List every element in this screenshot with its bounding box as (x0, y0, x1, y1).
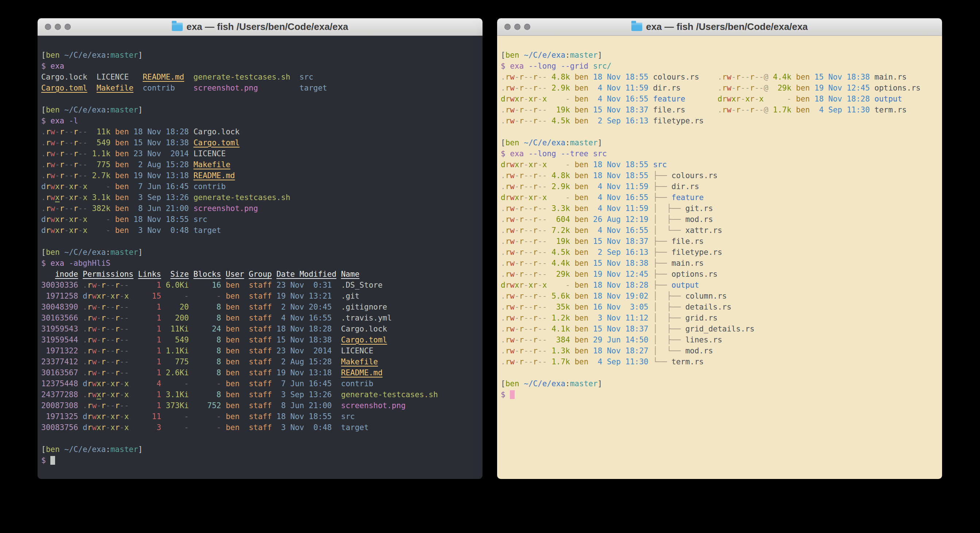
titlebar[interactable]: exa — fish /Users/ben/Code/exa/exa (38, 18, 482, 36)
terminal-text: master (110, 248, 138, 257)
permission-char: r (519, 226, 524, 235)
terminal-text (221, 292, 226, 300)
permission-char: r (722, 84, 727, 93)
terminal-text (78, 357, 83, 366)
permission-char: - (528, 248, 533, 257)
terminal-text (649, 259, 653, 268)
permission-char: - (755, 105, 759, 114)
terminal-text: - (161, 412, 189, 421)
terminal-text: - (88, 226, 110, 235)
terminal-text (649, 73, 653, 81)
permission-char: r (101, 379, 106, 388)
terminal-line: 1971325 drwxr-xr-x 11 - - ben staff 18 N… (41, 411, 482, 422)
terminal-text: ben (46, 248, 60, 257)
zoom-button[interactable] (524, 24, 530, 30)
titlebar[interactable]: exa — fish /Users/ben/Code/exa/exa (497, 18, 942, 36)
close-button[interactable] (504, 24, 511, 30)
permission-char: - (542, 73, 547, 81)
terminal-text: LICENCE (341, 346, 374, 355)
permission-char: . (41, 171, 46, 180)
permission-char: - (515, 237, 519, 246)
terminal-text: 11k (88, 128, 110, 136)
permission-char: - (538, 94, 542, 103)
terminal-text (240, 335, 249, 344)
permission-char: - (528, 215, 533, 224)
permission-char: - (515, 84, 519, 93)
permission-char: - (97, 303, 102, 311)
terminal-text: ben (796, 105, 810, 114)
permission-char: - (97, 324, 102, 333)
terminal-content-dark[interactable]: [ben ~/C/e/exa:master]$ exaCargo.lock LI… (38, 36, 482, 479)
permission-char: r (519, 215, 524, 224)
permission-char: - (528, 324, 533, 333)
permission-char: w (727, 105, 732, 114)
terminal-text: screenshot.png (341, 401, 406, 410)
terminal-text: output (874, 94, 902, 103)
permission-char: - (528, 182, 533, 191)
permission-char: - (64, 204, 69, 213)
terminal-text: │ ├── (653, 335, 685, 344)
terminal-text (570, 105, 575, 114)
terminal-text (570, 237, 575, 246)
permission-char: - (538, 335, 542, 344)
permission-char: w (510, 73, 515, 81)
terminal-text: 7.2k (547, 226, 570, 235)
permission-char: - (124, 357, 129, 366)
terminal-text: │ ├── (653, 292, 685, 300)
permission-char: x (83, 193, 88, 202)
terminal-text (588, 105, 593, 114)
permission-char: - (528, 105, 533, 114)
permission-char: - (528, 226, 533, 235)
terminal-line: $ exa (41, 61, 482, 72)
permission-char: r (74, 128, 78, 136)
permission-char: r (87, 412, 92, 421)
terminal-text: ben (46, 51, 60, 59)
permission-char: r (533, 259, 538, 268)
terminal-text (221, 303, 226, 311)
permission-char: - (524, 237, 528, 246)
terminal-text (110, 138, 115, 147)
permission-char: w (92, 292, 97, 300)
terminal-line: .rw-r--r-- 1.7k ben 4 Sep 11:30 └── term… (501, 356, 942, 367)
permission-char: - (542, 171, 547, 180)
permission-char: - (538, 84, 542, 93)
terminal-line: .rw-r--r-- 604 ben 26 Aug 12:19 │ ├── mo… (501, 214, 942, 225)
permission-char: r (519, 73, 524, 81)
permission-char: - (741, 105, 746, 114)
terminal-text: │ ├── (653, 204, 685, 213)
permission-char: - (83, 128, 88, 136)
permission-char: . (501, 292, 506, 300)
permission-char: r (101, 346, 106, 355)
permission-char: . (41, 138, 46, 147)
permission-char: w (50, 160, 55, 169)
terminal-text: ben (226, 401, 240, 410)
terminal-text: README.md (193, 171, 235, 180)
permission-char: d (718, 94, 722, 103)
terminal-text: ben (226, 357, 240, 366)
terminal-text: - (547, 94, 570, 103)
permission-char: . (501, 303, 506, 311)
terminal-text: - (189, 379, 221, 388)
minimize-button[interactable] (55, 24, 61, 30)
permission-char: r (101, 314, 106, 322)
zoom-button[interactable] (65, 24, 71, 30)
terminal-text: staff (249, 346, 272, 355)
terminal-text: staff (249, 390, 272, 399)
terminal-line: 31959544 .rw-r--r-- 1 549 8 ben staff 15… (41, 334, 482, 345)
terminal-text: 31959544 (41, 335, 78, 344)
terminal-text: 18 Nov 18:55 (593, 171, 649, 180)
terminal-text (570, 171, 575, 180)
permission-char: - (745, 105, 750, 114)
permission-char: r (115, 314, 119, 322)
permission-char: x (110, 379, 115, 388)
terminal-text (240, 369, 249, 377)
permission-char: @ (764, 105, 768, 114)
terminal-text: 15 Nov 18:37 (593, 105, 649, 114)
terminal-text: 18 Nov 19:02 (593, 292, 649, 300)
terminal-text: 4 Sep 11:30 (593, 357, 649, 366)
close-button[interactable] (45, 24, 51, 30)
permission-char: r (506, 324, 510, 333)
terminal-content-light[interactable]: [ben ~/C/e/exa:master]$ exa --long --gri… (497, 36, 942, 479)
terminal-text: 30163567 (41, 369, 78, 377)
minimize-button[interactable] (514, 24, 520, 30)
